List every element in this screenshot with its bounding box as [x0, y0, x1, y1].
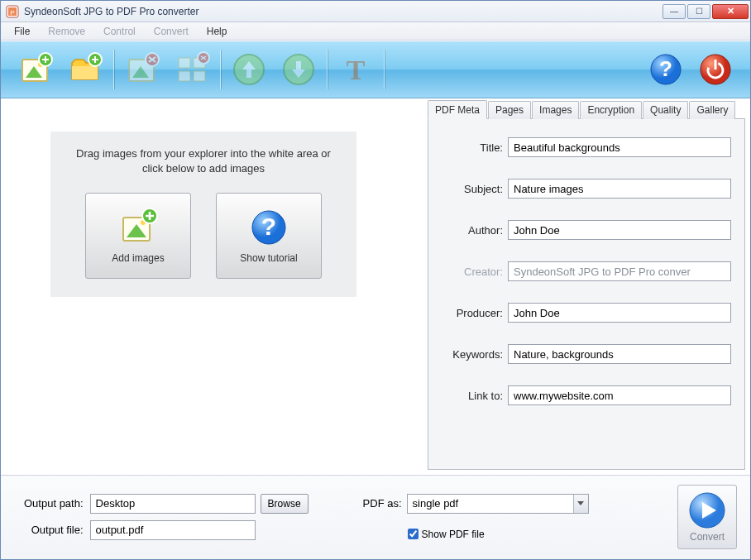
menu-convert: Convert	[146, 24, 197, 39]
label-author: Author:	[437, 224, 508, 237]
svg-text:?: ?	[659, 56, 672, 81]
content-area: Drag images from your explorer into the …	[1, 98, 750, 475]
svg-rect-11	[179, 58, 190, 68]
label-keywords: Keywords:	[437, 348, 508, 361]
add-image-button[interactable]	[12, 46, 59, 93]
author-input[interactable]	[508, 220, 731, 240]
remove-all-icon	[174, 51, 210, 88]
help-icon: ?	[648, 51, 684, 88]
convert-button[interactable]: Convert	[677, 485, 737, 549]
label-creator: Creator:	[437, 266, 508, 278]
creator-input	[508, 261, 731, 281]
app-icon: P	[6, 5, 19, 18]
pdf-as-value: single pdf	[408, 497, 573, 510]
remove-image-button	[119, 46, 165, 93]
svg-rect-14	[194, 71, 205, 81]
power-icon	[697, 51, 734, 88]
label-output-file: Output file:	[24, 524, 85, 536]
tab-pages[interactable]: Pages	[488, 101, 531, 119]
label-producer: Producer:	[437, 307, 508, 319]
tab-pdf-meta[interactable]: PDF Meta	[428, 100, 487, 119]
add-folder-button[interactable]	[62, 46, 108, 93]
remove-image-icon	[124, 51, 160, 88]
drop-hint: Drag images from your explorer into the …	[67, 146, 340, 176]
pdf-as-select[interactable]: single pdf	[407, 494, 589, 514]
tab-body: Title: Subject: Author: Creator: Produce…	[428, 119, 745, 470]
add-images-button[interactable]: Add images	[85, 193, 191, 279]
move-down-button	[275, 46, 322, 93]
show-tutorial-button[interactable]: ? Show tutorial	[216, 193, 322, 279]
menubar: File Remove Control Convert Help	[1, 22, 750, 41]
arrow-down-icon	[280, 51, 317, 88]
drop-area[interactable]: Drag images from your explorer into the …	[1, 98, 428, 475]
link-to-input[interactable]	[508, 385, 731, 405]
drop-panel: Drag images from your explorer into the …	[50, 132, 356, 297]
svg-marker-30	[577, 501, 584, 505]
minimize-button[interactable]: —	[663, 4, 686, 19]
browse-button[interactable]: Browse	[261, 494, 309, 514]
svg-text:T: T	[347, 55, 366, 85]
menu-help[interactable]: Help	[199, 24, 236, 39]
add-images-label: Add images	[112, 252, 164, 264]
add-image-icon	[17, 51, 54, 88]
show-pdf-label: Show PDF file	[422, 529, 485, 540]
label-subject: Subject:	[437, 183, 508, 195]
svg-text:?: ?	[261, 213, 276, 240]
convert-label: Convert	[690, 531, 725, 543]
producer-input[interactable]	[508, 303, 731, 323]
toolbar: T ?	[1, 41, 750, 98]
play-icon	[688, 491, 726, 529]
subject-input[interactable]	[508, 179, 731, 199]
titlebar: P SyndeonSoft JPG to PDF Pro converter —…	[1, 1, 750, 22]
help-button[interactable]: ?	[643, 46, 689, 93]
app-window: P SyndeonSoft JPG to PDF Pro converter —…	[0, 0, 751, 560]
window-title: SyndeonSoft JPG to PDF Pro converter	[24, 6, 663, 17]
show-pdf-checkbox[interactable]	[408, 529, 419, 539]
power-button[interactable]	[692, 46, 739, 93]
tab-gallery[interactable]: Gallery	[689, 101, 735, 119]
tabs: PDF Meta Pages Images Encryption Quality…	[428, 100, 745, 119]
tab-images[interactable]: Images	[532, 101, 579, 119]
svg-rect-12	[179, 71, 190, 81]
chevron-down-icon[interactable]	[573, 495, 588, 513]
label-pdf-as: PDF as:	[363, 497, 402, 510]
output-path-input[interactable]	[90, 494, 256, 514]
svg-text:P: P	[10, 9, 14, 17]
text-icon: T	[337, 51, 374, 88]
label-link-to: Link to:	[437, 390, 508, 402]
output-file-input[interactable]	[90, 520, 256, 540]
menu-control: Control	[95, 24, 144, 39]
bottom-panel: Output path: Browse Output file: PDF as:…	[1, 475, 750, 559]
text-button: T	[332, 46, 379, 93]
menu-remove: Remove	[40, 24, 93, 39]
keywords-input[interactable]	[508, 344, 731, 364]
meta-panel: PDF Meta Pages Images Encryption Quality…	[428, 98, 750, 475]
help-icon: ?	[249, 208, 289, 247]
close-button[interactable]: ✕	[712, 4, 749, 19]
label-output-path: Output path:	[24, 497, 85, 510]
add-folder-icon	[67, 51, 103, 88]
menu-file[interactable]: File	[6, 24, 38, 39]
tab-encryption[interactable]: Encryption	[580, 101, 642, 119]
maximize-button[interactable]: ☐	[687, 4, 710, 19]
remove-all-button	[169, 46, 215, 93]
title-input[interactable]	[508, 137, 731, 157]
tab-quality[interactable]: Quality	[643, 101, 688, 119]
arrow-up-icon	[231, 51, 267, 88]
move-up-button	[226, 46, 272, 93]
add-image-icon	[118, 208, 158, 247]
label-title: Title:	[437, 141, 508, 154]
show-tutorial-label: Show tutorial	[240, 252, 297, 264]
